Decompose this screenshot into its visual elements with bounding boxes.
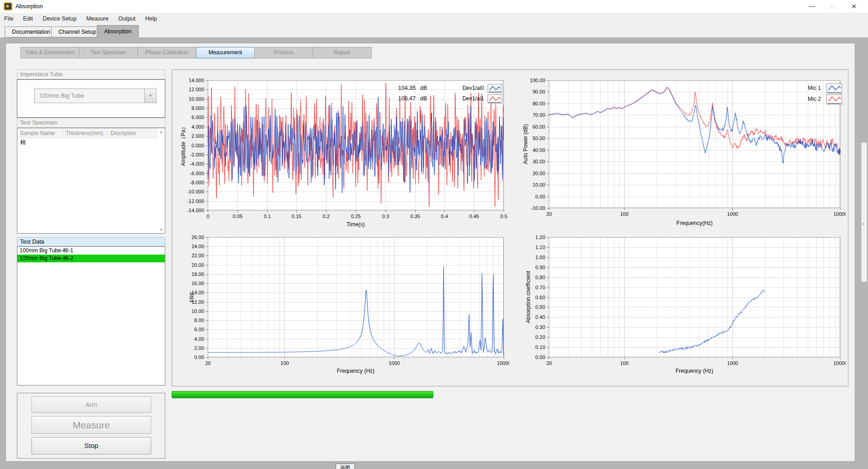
x-axis-title-frequency-3: Frequency (Hz) xyxy=(676,368,714,374)
list-item[interactable]: 100mm Big Tube-棉-1 xyxy=(17,247,165,255)
frf-graph xyxy=(175,231,509,373)
measurement-progress-bar xyxy=(172,391,433,398)
menu-help[interactable]: Help xyxy=(141,13,161,25)
test-specimen-table-header: Sample Name Thickness(mm) Discription xyxy=(17,128,158,138)
close-button[interactable]: ✕ xyxy=(843,0,864,13)
scroll-up-icon[interactable]: ∧ xyxy=(158,130,165,135)
tab-absorption[interactable]: Absorption xyxy=(97,25,139,37)
impedance-tube-header: Impendace Tube xyxy=(17,69,165,79)
menu-device-setup[interactable]: Device Setup xyxy=(38,13,80,25)
x-axis-title-frequency-1: Frequency(Hz) xyxy=(676,220,712,226)
maximize-button[interactable]: □ xyxy=(822,0,843,13)
sample-name-cell: 棉 xyxy=(20,139,26,146)
subtab-tube-environment[interactable]: Tube & Environment xyxy=(21,47,79,58)
cursor-level-ai0: 104.35dB xyxy=(398,85,427,91)
legend-label-dev1-ai0: Dev1/ai0 xyxy=(451,85,484,91)
legend-label-mic1: Mic 1 xyxy=(788,85,821,91)
scroll-down-icon[interactable]: ∨ xyxy=(158,227,165,232)
tab-channel-setup[interactable]: Channel Setup xyxy=(51,26,104,37)
subtab-process[interactable]: Process xyxy=(254,47,313,58)
absorption-coefficient-graph xyxy=(516,231,846,373)
y-axis-title-auto-power: Auto Power (dB) xyxy=(522,124,529,164)
y-axis-title-amplitude: Amplitude（Pa） xyxy=(180,124,188,166)
legend-line-icon-red xyxy=(488,94,502,104)
cursor-level-ai1: 106.47dB xyxy=(398,95,427,102)
test-specimen-header: Test Specimen xyxy=(17,118,165,128)
menu-bar: File Edit Device Setup Measure Output He… xyxy=(0,13,868,25)
window-title: Absorption xyxy=(16,0,43,13)
impedance-tube-dropdown[interactable]: 100mm Big Tube ▼ xyxy=(34,89,157,103)
stop-button[interactable]: Stop xyxy=(32,437,151,454)
impedance-tube-selected-value: 100mm Big Tube xyxy=(39,89,84,103)
legend-line-icon-mic2 xyxy=(826,94,842,104)
chevron-down-icon[interactable]: ▼ xyxy=(144,89,156,103)
subtab-measurement[interactable]: Measurement xyxy=(196,47,255,58)
tab-strip: Documentation Channel Setup Absorption xyxy=(0,25,868,37)
y-axis-title-frf: FRF xyxy=(189,292,195,302)
x-axis-title-frequency-2: Frequency (Hz) xyxy=(337,368,375,374)
legend-label-dev1-ai1: Dev1/ai1 xyxy=(451,95,484,102)
legend-line-icon-mic1 xyxy=(826,83,842,94)
x-axis-title-time: Time(s) xyxy=(347,221,365,228)
test-specimen-table: Sample Name Thickness(mm) Discription 棉 … xyxy=(17,128,165,234)
subtab-phase-calibration[interactable]: Phase Calibration xyxy=(137,47,196,58)
menu-edit[interactable]: Edit xyxy=(19,13,37,25)
menu-output[interactable]: Output xyxy=(114,13,140,25)
y-axis-title-absorption: Absorption coefficient xyxy=(525,271,531,323)
table-row[interactable]: 棉 xyxy=(17,138,158,147)
subtab-report[interactable]: Report xyxy=(313,47,372,58)
bottom-tab-draw[interactable]: 画图 xyxy=(336,464,355,469)
subtab-test-specimen[interactable]: Test Specimen xyxy=(79,47,138,58)
chevron-left-icon: ‹ xyxy=(863,221,864,226)
column-thickness: Thickness(mm) xyxy=(63,128,108,138)
list-item-selected[interactable]: 100mm Big Tube-棉-2 xyxy=(17,255,165,262)
arm-button[interactable]: Arm xyxy=(32,396,151,413)
measure-button[interactable]: Measure xyxy=(32,416,151,434)
menu-measure[interactable]: Measure xyxy=(82,13,113,25)
legend-line-icon-blue xyxy=(488,84,502,93)
title-bar: ▶ Absorption — □ ✕ xyxy=(0,0,868,13)
panel-expander-handle[interactable]: ‹ xyxy=(861,142,867,282)
minimize-button[interactable]: — xyxy=(801,0,822,13)
menu-file[interactable]: File xyxy=(0,13,17,25)
tab-documentation[interactable]: Documentation xyxy=(5,26,58,37)
app-play-icon: ▶ xyxy=(4,2,12,10)
actions-panel: Arm Measure Stop xyxy=(17,393,165,459)
column-sample-name: Sample Name xyxy=(17,128,63,138)
test-data-list: 100mm Big Tube-棉-1 100mm Big Tube-棉-2 xyxy=(17,246,165,386)
legend-label-mic2: Mic 2 xyxy=(788,96,821,102)
column-discription: Discription xyxy=(108,128,158,138)
test-data-header: Test Data xyxy=(17,237,165,246)
